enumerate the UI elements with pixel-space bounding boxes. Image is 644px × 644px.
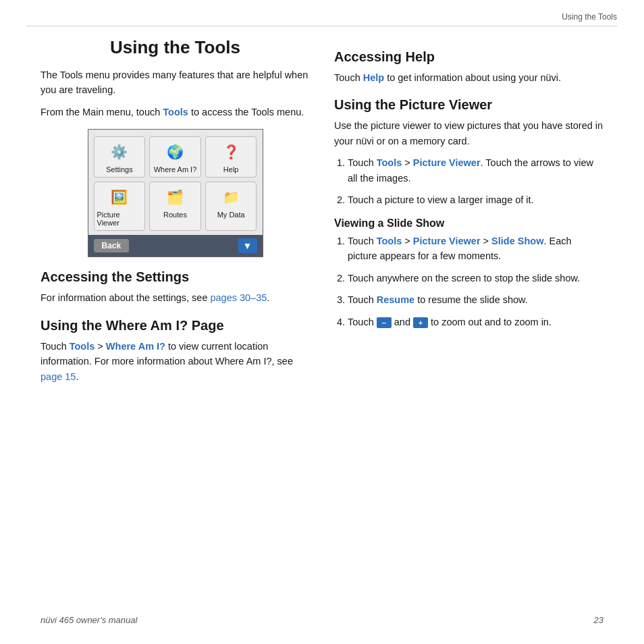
ss1-sep2: > [481, 236, 492, 246]
menu-item-mydata: 📁 My Data [205, 182, 257, 231]
ss1-tools-link[interactable]: Tools [377, 236, 402, 246]
settings-icon: ⚙️ [107, 141, 132, 163]
slide-step-2: Touch anywhere on the screen to stop the… [348, 271, 603, 286]
picture-heading: Using the Picture Viewer [334, 97, 603, 113]
ss1-sep1: > [402, 236, 413, 246]
ss1-slideshow-link[interactable]: Slide Show [491, 236, 543, 246]
menu-item-help: ❓ Help [205, 136, 257, 178]
menu-label-picture-viewer: Picture Viewer [97, 211, 142, 227]
menu-label-routes: Routes [163, 211, 187, 219]
back-button[interactable]: Back [94, 239, 130, 252]
help-para: Touch Help to get information about usin… [334, 70, 603, 85]
ps1-tools-link[interactable]: Tools [377, 157, 402, 168]
zoom-in-button[interactable]: + [413, 317, 428, 328]
ps1-prefix: Touch [348, 157, 377, 168]
picture-viewer-icon: 🖼️ [107, 186, 132, 208]
slide-show-heading: Viewing a Slide Show [334, 217, 603, 230]
slide-step-4: Touch – and + to zoom out and to zoom in… [348, 315, 603, 329]
down-arrow-button[interactable]: ▼ [238, 238, 257, 253]
menu-label-settings: Settings [106, 165, 133, 173]
picture-step-2: Touch a picture to view a larger image o… [348, 192, 603, 207]
menu-item-settings: ⚙️ Settings [94, 136, 146, 178]
intro2-suffix: to access the Tools menu. [188, 107, 304, 117]
settings-text-suffix: . [267, 292, 269, 303]
help-icon: ❓ [219, 141, 243, 163]
menu-item-routes: 🗂️ Routes [149, 182, 201, 231]
ss4-mid: and [392, 317, 413, 327]
ss2-text: Touch anywhere on the screen to stop the… [348, 273, 580, 284]
where-text-suffix: . [76, 371, 78, 382]
where-tools-link[interactable]: Tools [70, 341, 95, 352]
ss1-pv-link[interactable]: Picture Viewer [413, 236, 481, 246]
picture-intro: Use the picture viewer to view pictures … [334, 118, 603, 149]
page-footer: nüvi 465 owner's manual 23 [41, 615, 603, 625]
where-link[interactable]: Where Am I? [106, 341, 165, 352]
menu-label-help: Help [223, 165, 239, 173]
page-header: Using the Tools [27, 12, 617, 26]
where-para: Touch Tools > Where Am I? to view curren… [41, 339, 310, 384]
settings-text-prefix: For information about the settings, see [41, 292, 210, 303]
help-heading: Accessing Help [334, 49, 603, 65]
slide-step-3: Touch Resume to resume the slide show. [348, 292, 603, 307]
menu-bottom-bar: Back ▼ [88, 235, 263, 257]
where-page-link[interactable]: page 15 [41, 371, 76, 382]
ss4-prefix: Touch [348, 317, 377, 327]
intro-para-1: The Tools menu provides many features th… [41, 68, 310, 98]
where-heading: Using the Where Am I? Page [41, 318, 310, 333]
ss3-suffix: to resume the slide show. [414, 294, 528, 305]
help-text-suffix: to get information about using your nüvi… [384, 72, 561, 83]
where-sep: > [95, 341, 106, 352]
where-text-prefix: Touch [41, 341, 70, 352]
ss3-resume-link[interactable]: Resume [377, 294, 414, 305]
menu-item-picture-viewer: 🖼️ Picture Viewer [94, 182, 146, 231]
menu-item-whereami: 🌍 Where Am I? [149, 136, 201, 178]
left-column: Using the Tools The Tools menu provides … [41, 37, 310, 603]
intro-para-2: From the Main menu, touch Tools to acces… [41, 105, 310, 119]
help-text-prefix: Touch [334, 72, 363, 83]
footer-page-number: 23 [594, 615, 603, 625]
ss4-suffix: to zoom out and to zoom in. [428, 317, 552, 327]
settings-heading: Accessing the Settings [41, 269, 310, 285]
ss3-prefix: Touch [348, 294, 377, 305]
ps2-text: Touch a picture to view a larger image o… [348, 194, 534, 205]
menu-screenshot: ⚙️ Settings 🌍 Where Am I? ❓ Help 🖼️ Pict… [88, 129, 263, 257]
tools-link-1[interactable]: Tools [163, 107, 188, 117]
settings-para: For information about the settings, see … [41, 290, 310, 305]
ps1-pv-link[interactable]: Picture Viewer [413, 157, 481, 168]
menu-label-mydata: My Data [217, 211, 245, 219]
zoom-out-button[interactable]: – [377, 317, 392, 328]
ps1-sep: > [402, 157, 413, 168]
settings-link[interactable]: pages 30–35 [210, 292, 267, 303]
ss1-prefix: Touch [348, 236, 377, 246]
routes-icon: 🗂️ [163, 186, 187, 208]
intro2-prefix: From the Main menu, touch [41, 107, 163, 117]
help-link[interactable]: Help [363, 72, 384, 83]
mydata-icon: 📁 [219, 186, 243, 208]
main-heading: Using the Tools [41, 37, 310, 58]
picture-steps-list: Touch Tools > Picture Viewer. Touch the … [334, 155, 603, 207]
menu-label-whereami: Where Am I? [154, 165, 197, 173]
right-column: Accessing Help Touch Help to get informa… [334, 37, 603, 603]
picture-step-1: Touch Tools > Picture Viewer. Touch the … [348, 155, 603, 186]
whereami-icon: 🌍 [163, 141, 187, 163]
content-area: Using the Tools The Tools menu provides … [41, 37, 603, 603]
header-title: Using the Tools [562, 12, 617, 22]
menu-grid: ⚙️ Settings 🌍 Where Am I? ❓ Help 🖼️ Pict… [94, 136, 257, 231]
slide-steps-list: Touch Tools > Picture Viewer > Slide Sho… [334, 234, 603, 329]
slide-step-1: Touch Tools > Picture Viewer > Slide Sho… [348, 234, 603, 264]
footer-manual: nüvi 465 owner's manual [41, 615, 137, 625]
